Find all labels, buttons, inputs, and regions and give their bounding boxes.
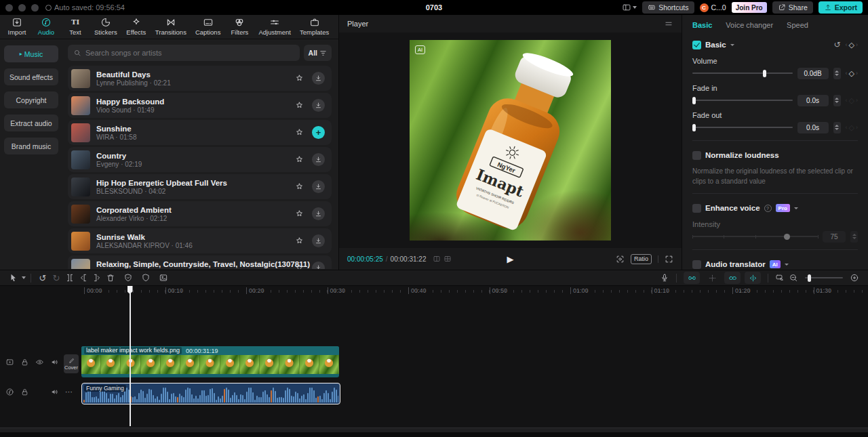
fade-in-keyframe[interactable]: ‹◇›: [846, 96, 858, 105]
player-menu-button[interactable]: [664, 19, 673, 28]
sidebar-item[interactable]: ▸ Brand music: [4, 138, 58, 154]
zoom-in-button[interactable]: [848, 271, 861, 285]
undo-button[interactable]: ↺: [36, 271, 50, 285]
intensity-slider[interactable]: [692, 232, 818, 241]
lock-icon[interactable]: [20, 388, 29, 396]
mark-button[interactable]: [139, 271, 153, 285]
collapse-caret-icon[interactable]: [730, 44, 734, 46]
layout-toggle-b-icon[interactable]: [443, 255, 452, 263]
download-button[interactable]: [312, 180, 325, 193]
music-list-item[interactable]: Happy Backsound Vioo Sound · 01:49 +: [68, 93, 332, 118]
sidebar-item[interactable]: ▸ Sound effects: [4, 68, 58, 85]
fade-in-stepper[interactable]: [833, 95, 841, 106]
account-button[interactable]: CC...0: [700, 3, 726, 12]
music-list-item[interactable]: Beautiful Days Lynne Publishing · 02:21 …: [68, 66, 332, 91]
download-button[interactable]: [312, 72, 325, 85]
fullscreen-icon[interactable]: [665, 255, 673, 264]
fade-out-keyframe[interactable]: ‹◇›: [846, 123, 858, 132]
horizontal-scrollbar[interactable]: [0, 428, 868, 432]
search-input[interactable]: Search songs or artists: [68, 45, 300, 61]
delete-button[interactable]: [104, 271, 117, 285]
music-list-item[interactable]: Hip Hop Energetic Upbeat Full Vers BLESK…: [68, 174, 332, 199]
preview-axis-toggle[interactable]: [745, 272, 761, 284]
zoom-window-icon[interactable]: [31, 4, 39, 12]
volume-value[interactable]: 0.0dB: [797, 68, 829, 79]
main-track-magnet-toggle[interactable]: [684, 272, 700, 284]
fade-in-value[interactable]: 0.0s: [797, 95, 829, 106]
module-tab[interactable]: Transitions: [155, 17, 186, 36]
playhead[interactable]: [130, 286, 130, 426]
module-tab[interactable]: Stickers: [94, 17, 117, 36]
linking-toggle[interactable]: [724, 272, 741, 284]
filter-button[interactable]: All: [304, 45, 332, 61]
delete-left-button[interactable]: [77, 271, 90, 285]
audio-translator-checkbox[interactable]: [692, 260, 701, 269]
reset-icon[interactable]: ↺: [833, 40, 840, 49]
lock-icon[interactable]: [20, 358, 29, 367]
mute-track-icon[interactable]: [50, 388, 59, 396]
module-tab[interactable]: Import: [7, 17, 27, 36]
module-tab[interactable]: Templates: [300, 17, 329, 36]
redo-button[interactable]: ↻: [50, 271, 63, 285]
fade-out-stepper[interactable]: [833, 122, 841, 133]
intensity-value[interactable]: 75: [823, 231, 846, 243]
export-button[interactable]: Export: [818, 1, 863, 14]
share-button[interactable]: Share: [772, 1, 813, 14]
preview-quality-icon[interactable]: [616, 255, 625, 264]
collapse-caret-icon[interactable]: [785, 264, 789, 266]
tab-speed[interactable]: Speed: [787, 21, 808, 29]
freeze-frame-button[interactable]: [157, 271, 170, 285]
download-button[interactable]: [312, 99, 325, 112]
layout-panels-button[interactable]: [622, 3, 637, 12]
tab-voice-changer[interactable]: Voice changer: [726, 21, 773, 29]
sidebar-item[interactable]: ▸ Copyright: [4, 91, 58, 108]
download-button[interactable]: [312, 153, 325, 166]
fade-in-slider[interactable]: [692, 96, 793, 104]
select-tool-button[interactable]: [7, 271, 20, 285]
volume-keyframe[interactable]: ‹◇›: [846, 69, 858, 78]
video-preview[interactable]: AI: [410, 40, 611, 241]
select-tool-dropdown[interactable]: [22, 276, 26, 279]
mute-clip-button[interactable]: [121, 271, 135, 285]
delete-right-button[interactable]: [90, 271, 104, 285]
sidebar-item[interactable]: ▸ Music: [4, 45, 58, 62]
module-tab[interactable]: Adjustment: [258, 17, 291, 36]
layout-toggle-a-icon[interactable]: [433, 255, 441, 263]
module-tab[interactable]: Audio: [36, 17, 56, 36]
minimize-window-icon[interactable]: [18, 4, 26, 12]
volume-stepper[interactable]: [833, 68, 841, 79]
ratio-button[interactable]: Ratio: [631, 254, 652, 264]
collapse-caret-icon[interactable]: [794, 207, 798, 209]
music-list-item[interactable]: Country Evgeny · 02:19 +: [68, 147, 332, 172]
shortcuts-button[interactable]: Shortcuts: [642, 1, 694, 14]
cover-button[interactable]: Cover: [64, 354, 79, 373]
join-pro-button[interactable]: Join Pro: [732, 2, 767, 13]
record-voiceover-button[interactable]: [658, 271, 671, 285]
fade-out-slider[interactable]: [692, 123, 793, 131]
enhance-voice-checkbox[interactable]: [692, 204, 701, 213]
add-to-timeline-button[interactable]: +: [312, 126, 325, 139]
favorite-button[interactable]: [293, 180, 306, 193]
module-tab[interactable]: Captions: [195, 17, 221, 36]
music-list-item[interactable]: Sunshine WIRA · 01:58 +: [68, 120, 332, 145]
help-icon[interactable]: ?: [764, 205, 772, 212]
download-button[interactable]: [312, 207, 325, 220]
audio-clip[interactable]: Funny Gaming: [81, 383, 340, 404]
module-tab[interactable]: Filters: [229, 17, 250, 36]
sidebar-item[interactable]: ▸ Extract audio: [4, 115, 58, 131]
tab-basic[interactable]: Basic: [692, 21, 712, 29]
play-button[interactable]: ▶: [507, 254, 514, 264]
music-list-item[interactable]: Corporated Ambient Alexander Virko · 02:…: [68, 201, 332, 226]
volume-slider[interactable]: [692, 69, 793, 77]
keyframe-control[interactable]: ‹◇›: [846, 41, 858, 49]
favorite-button[interactable]: [293, 126, 306, 139]
window-controls[interactable]: [5, 4, 39, 12]
favorite-button[interactable]: [293, 234, 306, 247]
basic-checkbox[interactable]: [692, 41, 701, 49]
timeline-ruler[interactable]: 00:0000:1000:2000:3000:4000:5001:0001:10…: [65, 286, 868, 297]
track-more-icon[interactable]: ⋯: [65, 388, 73, 396]
zoom-out-button[interactable]: [787, 271, 800, 285]
module-tab[interactable]: Text: [65, 17, 85, 36]
music-list-item[interactable]: Relaxing, Simple, Countryside, Travel, N…: [68, 255, 332, 269]
favorite-button[interactable]: [293, 72, 306, 85]
